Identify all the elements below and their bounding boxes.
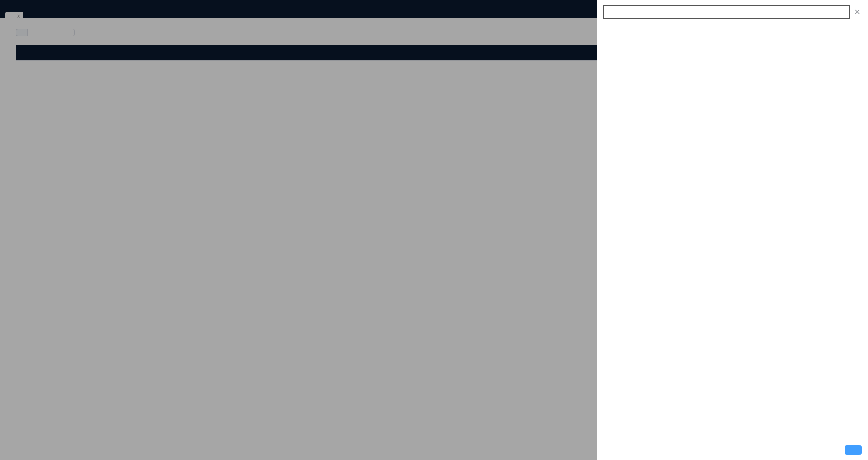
side-panel: × xyxy=(597,0,868,460)
close-icon[interactable]: × xyxy=(853,6,862,18)
add-activity-button[interactable] xyxy=(845,445,862,455)
panel-date-input[interactable] xyxy=(603,5,850,19)
